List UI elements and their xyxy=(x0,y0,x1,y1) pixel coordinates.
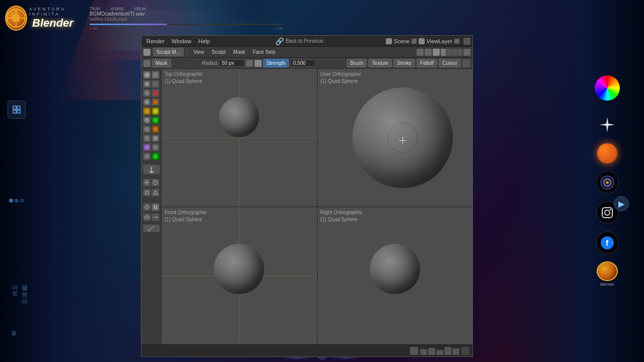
transform-2[interactable] xyxy=(151,178,159,187)
svg-marker-28 xyxy=(153,191,157,195)
back-to-previous[interactable]: Back to Previous xyxy=(286,38,324,44)
more-icon[interactable] xyxy=(463,49,470,56)
svg-point-20 xyxy=(149,171,153,173)
left-decorative-panel xyxy=(4,101,29,119)
media-label-artist: Artista xyxy=(111,6,124,11)
window-btn-1[interactable] xyxy=(463,38,470,45)
brush-tool-icon[interactable] xyxy=(143,164,160,174)
tool-1a[interactable] xyxy=(143,71,151,79)
view-layer-label: ViewLayer xyxy=(427,38,452,44)
svg-marker-6 xyxy=(600,117,615,132)
svg-marker-24 xyxy=(144,182,145,184)
tool-5a[interactable] xyxy=(143,107,151,115)
viewport-top-right[interactable]: User Orthographic (1) Quad Sphere xyxy=(317,69,473,207)
texture-dropdown[interactable]: Texture xyxy=(368,59,392,67)
display-mode-3[interactable] xyxy=(452,49,457,56)
tool-7a[interactable] xyxy=(143,125,151,133)
tool-1b[interactable] xyxy=(151,71,159,79)
menu-bar: Render Window Help 🔗 Back to Previous Sc… xyxy=(141,36,472,47)
tool-6a[interactable] xyxy=(143,116,151,124)
view-tool-4[interactable] xyxy=(151,213,159,221)
media-time-current: 1:08 xyxy=(90,26,98,31)
brush-dropdown[interactable]: Brush xyxy=(347,59,367,67)
tool-7b[interactable] xyxy=(151,125,159,133)
dot-indicators xyxy=(9,199,24,203)
svg-point-11 xyxy=(605,210,610,215)
menu-window[interactable]: Window xyxy=(169,37,194,45)
view-tool-1[interactable] xyxy=(143,203,151,211)
status-bar xyxy=(141,344,472,356)
display-mode-1[interactable] xyxy=(441,49,446,56)
menu-render[interactable]: Render xyxy=(143,37,168,45)
brush-icon xyxy=(143,60,150,67)
view-icon[interactable] xyxy=(425,49,432,56)
view-tool-3[interactable] xyxy=(143,213,151,221)
cursor-dropdown[interactable]: Cursor xyxy=(439,59,461,67)
strength-input[interactable] xyxy=(290,59,315,67)
settings-icon[interactable] xyxy=(417,49,424,56)
tool-3b[interactable] xyxy=(151,89,159,97)
tool-9b[interactable] xyxy=(151,143,159,151)
sculpt-mode-dropdown[interactable]: Sculpt M... xyxy=(153,48,184,56)
tool-3a[interactable] xyxy=(143,89,151,97)
radius-lock-icon[interactable] xyxy=(246,60,253,67)
stroke-dropdown[interactable]: Stroke xyxy=(393,59,415,67)
mask-menu[interactable]: Mask xyxy=(230,48,249,56)
nav-forward-button[interactable]: ▶ xyxy=(614,196,629,211)
tool-5b[interactable] xyxy=(151,107,159,115)
radius-input[interactable] xyxy=(219,59,245,67)
media-progress-bar[interactable] xyxy=(90,24,283,25)
tool-8b[interactable] xyxy=(151,134,159,142)
tool-6b[interactable] xyxy=(151,116,159,124)
tool-2b[interactable] xyxy=(151,80,159,88)
render-icon[interactable] xyxy=(433,49,440,56)
tool-4b[interactable] xyxy=(151,98,159,106)
tool-9a[interactable] xyxy=(143,143,151,151)
panel-icon-1[interactable] xyxy=(8,101,26,119)
render-bars xyxy=(420,347,459,355)
transform-4[interactable] xyxy=(151,189,159,197)
measure-tool[interactable] xyxy=(143,224,160,232)
menu-help[interactable]: Help xyxy=(195,37,213,45)
svg-rect-37 xyxy=(145,216,149,218)
tool-8a[interactable] xyxy=(143,134,151,142)
transform-1[interactable] xyxy=(143,178,151,187)
svg-marker-23 xyxy=(146,180,148,181)
svg-rect-27 xyxy=(145,191,148,194)
view-tool-2[interactable] xyxy=(151,203,159,211)
viewport-bottom-left[interactable]: Front Orthographic (1) Quad Sphere xyxy=(162,207,317,345)
svg-point-1 xyxy=(12,14,20,22)
mask-button[interactable]: Mask xyxy=(152,59,171,67)
view-menu[interactable]: View xyxy=(190,48,207,56)
strength-button[interactable]: Strength xyxy=(263,59,289,67)
viewport-bottom-right[interactable]: Right Orthographic (1) Quad Sphere xyxy=(317,207,473,345)
viewport-label-bottom-left: Front Orthographic (1) Quad Sphere xyxy=(165,209,207,223)
tool-4a[interactable] xyxy=(143,98,151,106)
display-mode-4[interactable] xyxy=(457,49,462,56)
falloff-dropdown[interactable]: Falloff xyxy=(417,59,437,67)
cursor-crosshair xyxy=(399,137,406,144)
obs-icon[interactable] xyxy=(596,171,619,194)
blender-social-icon[interactable]: Blender xyxy=(595,261,620,287)
media-label-title: Titulo xyxy=(90,6,101,11)
radius-plus-icon[interactable] xyxy=(255,60,262,67)
tool-2a[interactable] xyxy=(143,80,151,88)
korean-bottom: 블 xyxy=(11,329,17,337)
tool-10b[interactable] xyxy=(151,152,159,160)
blender-label: Blender xyxy=(600,282,614,287)
more-options-icon[interactable] xyxy=(462,59,470,67)
sphere-top-left xyxy=(219,97,259,137)
tool-10a[interactable] xyxy=(143,152,151,160)
face-sets-menu[interactable]: Face Sets xyxy=(250,48,278,56)
right-social-panel: f Blender xyxy=(575,0,640,362)
svg-rect-15 xyxy=(13,106,16,109)
display-mode-2[interactable] xyxy=(446,49,451,56)
facebook-icon[interactable]: f xyxy=(596,231,619,254)
blender-logo: AVENTURA INFINITA Blender xyxy=(5,4,70,32)
sculpt-menu[interactable]: Sculpt xyxy=(209,48,229,56)
viewport-top-left[interactable]: Top Orthographic (1) Quad Sphere xyxy=(162,69,317,207)
scene-label: Scene xyxy=(394,38,410,44)
media-track2: hellfire-15539.mp3 xyxy=(90,17,283,22)
viewport-label-top-left: Top Orthographic (1) Quad Sphere xyxy=(165,71,203,85)
transform-3[interactable] xyxy=(143,189,151,197)
